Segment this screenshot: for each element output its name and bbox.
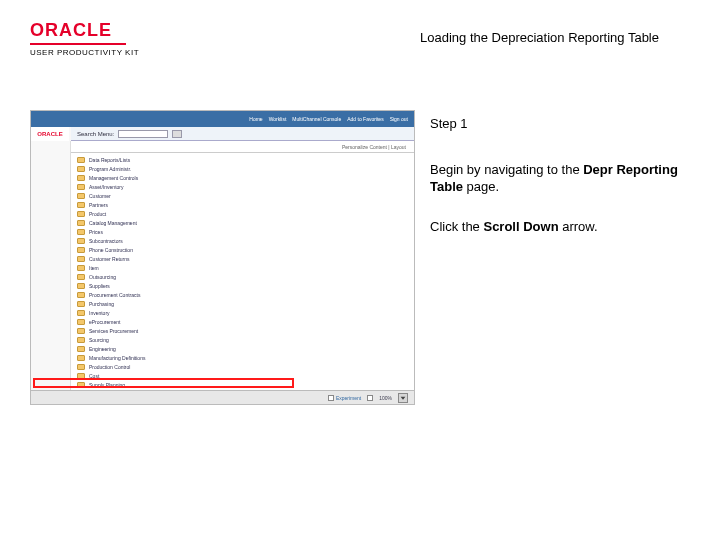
menu-item[interactable]: Catalog Management — [77, 218, 414, 227]
menu-item[interactable]: Customer — [77, 191, 414, 200]
folder-icon — [77, 292, 85, 298]
folder-icon — [77, 364, 85, 370]
instr1-pre: Begin by navigating to the — [430, 162, 583, 177]
folder-icon — [77, 229, 85, 235]
status-bar: Experiment 100% — [31, 390, 414, 404]
menu-item-label: Suppliers — [89, 283, 110, 289]
scroll-down-arrow[interactable] — [398, 393, 408, 403]
status-popup-label: Experiment — [336, 395, 361, 401]
menu-item[interactable]: Data Reports/Lists — [77, 155, 414, 164]
popup-icon — [328, 395, 334, 401]
menu-item[interactable]: Product — [77, 209, 414, 218]
search-menu-bar: Search Menu: — [71, 127, 414, 141]
status-popup-blocked[interactable]: Experiment — [328, 395, 361, 401]
folder-icon — [77, 220, 85, 226]
menu-item-label: Subcontractors — [89, 238, 123, 244]
menu-item[interactable]: Manufacturing Definitions — [77, 353, 414, 362]
menu-item-label: Catalog Management — [89, 220, 137, 226]
folder-icon — [77, 301, 85, 307]
top-link-worklist[interactable]: Worklist — [269, 116, 287, 122]
menu-item-label: Outsourcing — [89, 274, 116, 280]
folder-icon — [77, 373, 85, 379]
folder-icon — [77, 211, 85, 217]
top-link-home[interactable]: Home — [249, 116, 262, 122]
menu-item[interactable]: Cost — [77, 371, 414, 380]
menu-item[interactable]: Outsourcing — [77, 272, 414, 281]
oracle-logo-text: ORACLE — [30, 20, 180, 41]
menu-item-label: Product — [89, 211, 106, 217]
step-label: Step 1 — [430, 115, 690, 133]
menu-item[interactable]: Phone Construction — [77, 245, 414, 254]
top-link-console[interactable]: MultiChannel Console — [292, 116, 341, 122]
menu-item-label: Prices — [89, 229, 103, 235]
menu-item[interactable]: Customer Returns — [77, 254, 414, 263]
menu-item[interactable]: Item — [77, 263, 414, 272]
menu-item[interactable]: Asset/Inventory — [77, 182, 414, 191]
folder-icon — [77, 328, 85, 334]
instr2-post: arrow. — [559, 219, 598, 234]
personalize-bar: Personalize Content | Layout — [71, 141, 414, 153]
menu-item[interactable]: Management Controls — [77, 173, 414, 182]
instr2-pre: Click the — [430, 219, 483, 234]
menu-item[interactable]: Program Administr. — [77, 164, 414, 173]
menu-item-label: Purchasing — [89, 301, 114, 307]
svg-marker-0 — [401, 396, 406, 399]
menu-item[interactable]: Sourcing — [77, 335, 414, 344]
menu-item-label: eProcurement — [89, 319, 120, 325]
top-link-favorites[interactable]: Add to Favorites — [347, 116, 383, 122]
top-link-signout[interactable]: Sign out — [390, 116, 408, 122]
menu-item-label: Management Controls — [89, 175, 138, 181]
menu-item-label: Supply Planning — [89, 382, 125, 388]
menu-item[interactable]: Services Procurement — [77, 326, 414, 335]
search-menu-label: Search Menu: — [77, 131, 114, 137]
instruction-line-1: Begin by navigating to the Depr Reportin… — [430, 161, 690, 196]
menu-item-label: Manufacturing Definitions — [89, 355, 145, 361]
folder-icon — [77, 355, 85, 361]
menu-item-label: Engineering — [89, 346, 116, 352]
menu-item-label: Sourcing — [89, 337, 109, 343]
oracle-logo-underline — [30, 43, 126, 45]
instruction-line-2: Click the Scroll Down arrow. — [430, 218, 690, 236]
folder-icon — [77, 157, 85, 163]
menu-item-label: Inventory — [89, 310, 110, 316]
menu-item[interactable]: eProcurement — [77, 317, 414, 326]
menu-item[interactable]: Production Control — [77, 362, 414, 371]
main-menu-list: Data Reports/ListsProgram Administr.Mana… — [77, 155, 414, 390]
menu-body: Data Reports/ListsProgram Administr.Mana… — [71, 153, 414, 390]
menu-item-label: Partners — [89, 202, 108, 208]
menu-item-label: Procurement Contracts — [89, 292, 140, 298]
folder-icon — [77, 382, 85, 388]
menu-item[interactable]: Subcontractors — [77, 236, 414, 245]
menu-item-label: Customer — [89, 193, 111, 199]
folder-icon — [77, 274, 85, 280]
menu-item-label: Cost — [89, 373, 99, 379]
menu-item[interactable]: Inventory — [77, 308, 414, 317]
menu-item[interactable]: Suppliers — [77, 281, 414, 290]
app-top-links-bar: Home Worklist MultiChannel Console Add t… — [31, 111, 414, 127]
folder-icon — [77, 310, 85, 316]
menu-item[interactable]: Purchasing — [77, 299, 414, 308]
folder-icon — [77, 193, 85, 199]
instr2-bold: Scroll Down — [483, 219, 558, 234]
folder-icon — [77, 238, 85, 244]
zoom-page-icon — [367, 395, 373, 401]
menu-item-label: Item — [89, 265, 99, 271]
folder-icon — [77, 166, 85, 172]
embedded-screenshot: Home Worklist MultiChannel Console Add t… — [30, 110, 415, 405]
menu-item[interactable]: Partners — [77, 200, 414, 209]
folder-icon — [77, 175, 85, 181]
folder-icon — [77, 247, 85, 253]
menu-item-label: Services Procurement — [89, 328, 138, 334]
page-title: Loading the Depreciation Reporting Table — [420, 30, 659, 45]
oracle-logo-subtitle: USER PRODUCTIVITY KIT — [30, 48, 180, 57]
folder-icon — [77, 337, 85, 343]
menu-item[interactable]: Supply Planning — [77, 380, 414, 389]
search-go-button[interactable] — [172, 130, 182, 138]
menu-item-label: Asset/Inventory — [89, 184, 123, 190]
menu-item[interactable]: Engineering — [77, 344, 414, 353]
folder-icon — [77, 346, 85, 352]
menu-item[interactable]: Prices — [77, 227, 414, 236]
personalize-links[interactable]: Personalize Content | Layout — [342, 144, 406, 150]
menu-item[interactable]: Procurement Contracts — [77, 290, 414, 299]
search-input[interactable] — [118, 130, 168, 138]
